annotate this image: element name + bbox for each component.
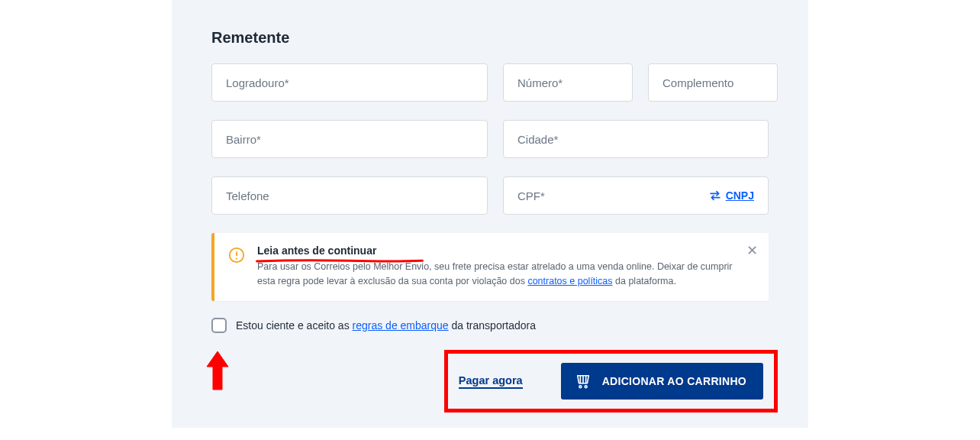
section-title: Remetente [211,29,769,47]
row-3: Telefone CPF* CNPJ [211,176,769,215]
switch-to-cnpj[interactable]: CNPJ [709,189,754,202]
warning-icon [228,247,245,267]
cpf-input[interactable]: CPF* CNPJ [503,176,769,215]
actions: Pagar agora ADICIONAR AO CARRINHO [444,350,778,412]
consent-after: da transportadora [449,319,536,332]
consent-text: Estou ciente e aceito as regras de embar… [236,319,536,332]
placeholder: Telefone [226,189,473,202]
shipping-rules-link[interactable]: regras de embarque [353,319,449,332]
close-icon[interactable]: ✕ [746,244,758,257]
annotation-highlight-box: Pagar agora ADICIONAR AO CARRINHO [444,350,778,412]
consent-row: Estou ciente e aceito as regras de embar… [211,318,769,333]
placeholder: CPF* [517,189,709,202]
svg-point-6 [579,386,582,388]
row-1: Logradouro* Número* Complemento [211,63,769,102]
logradouro-input[interactable]: Logradouro* [211,63,488,102]
pay-now-link[interactable]: Pagar agora [459,374,523,389]
cart-icon [575,374,592,389]
annotation-arrow-up-icon [205,350,230,393]
consent-checkbox[interactable] [211,318,227,333]
bairro-input[interactable]: Bairro* [211,120,488,158]
swap-icon [709,190,721,201]
complemento-input[interactable]: Complemento [648,63,778,102]
svg-point-7 [585,386,587,388]
warning-alert: Leia antes de continuar Para usar os Cor… [211,233,769,301]
cidade-input[interactable]: Cidade* [503,120,769,158]
telefone-input[interactable]: Telefone [211,176,488,215]
placeholder: Complemento [662,76,763,89]
placeholder: Logradouro* [226,76,473,89]
alert-text-after: da plataforma. [613,276,676,286]
placeholder: Bairro* [226,133,473,146]
consent-before: Estou ciente e aceito as [236,319,353,332]
svg-point-2 [236,257,237,259]
add-to-cart-label: ADICIONAR AO CARRINHO [602,375,746,387]
alert-text: Para usar os Correios pelo Melhor Envio,… [257,260,738,289]
contracts-link[interactable]: contratos e políticas [527,276,612,286]
row-2: Bairro* Cidade* [211,120,769,158]
add-to-cart-button[interactable]: ADICIONAR AO CARRINHO [561,363,763,400]
swap-label: CNPJ [726,189,754,202]
alert-title: Leia antes de continuar [257,244,376,257]
numero-input[interactable]: Número* [503,63,633,102]
placeholder: Cidade* [517,133,754,146]
sender-form-panel: Remetente Logradouro* Número* Complement… [172,0,808,428]
placeholder: Número* [517,76,618,89]
